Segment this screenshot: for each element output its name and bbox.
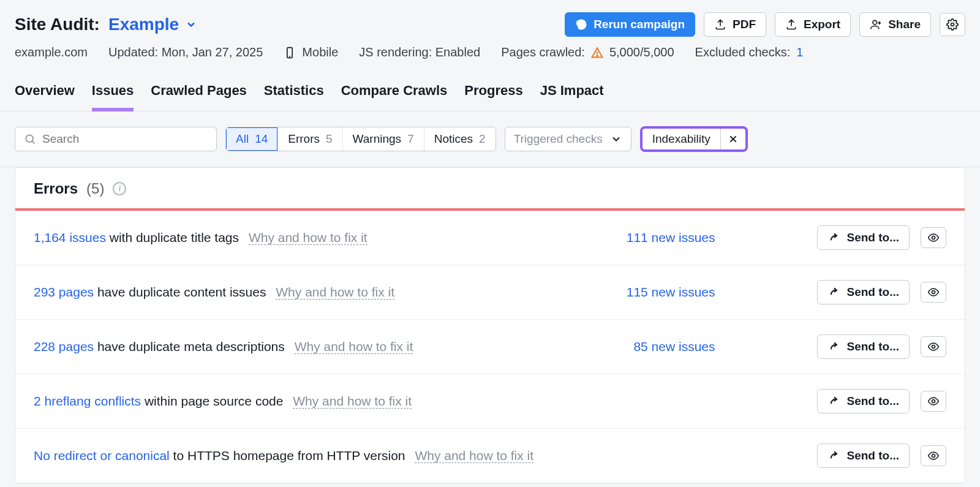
arrow-icon — [827, 450, 840, 462]
arrow-icon — [827, 232, 840, 244]
view-button[interactable] — [921, 391, 946, 412]
chip-label: Indexability — [643, 129, 720, 149]
btn-label: PDF — [733, 18, 756, 31]
domain-label: example.com — [15, 45, 88, 59]
tab-statistics[interactable]: Statistics — [264, 78, 324, 111]
btn-label: Rerun campaign — [594, 18, 685, 31]
gear-icon — [946, 18, 959, 31]
send-to-button[interactable]: Send to... — [817, 444, 910, 468]
svg-point-16 — [932, 455, 935, 458]
issue-link[interactable]: 2 hreflang conflicts — [34, 394, 141, 408]
send-to-button[interactable]: Send to... — [817, 280, 910, 304]
svg-point-3 — [951, 23, 954, 26]
js-rendering-label: JS rendering: Enabled — [359, 45, 480, 59]
svg-point-13 — [932, 291, 935, 294]
issue-row: 228 pages have duplicate meta descriptio… — [15, 319, 965, 374]
errors-panel: Errors (5) i 1,164 issues with duplicate… — [15, 167, 965, 483]
svg-point-0 — [873, 20, 877, 25]
info-icon[interactable]: i — [113, 182, 126, 195]
new-issues-link[interactable]: 85 new issues — [633, 339, 715, 353]
new-issues-link[interactable]: 111 new issues — [627, 230, 715, 244]
why-fix-link[interactable]: Why and how to fix it — [295, 339, 413, 354]
issue-link[interactable]: No redirect or canonical — [34, 448, 170, 462]
svg-point-7 — [597, 55, 598, 56]
tab-js-impact[interactable]: JS Impact — [540, 78, 604, 111]
excluded-checks: Excluded checks: 1 — [695, 45, 804, 59]
pdf-button[interactable]: PDF — [704, 12, 766, 37]
refresh-icon — [575, 18, 587, 31]
campaign-selector[interactable]: Example — [108, 15, 197, 34]
triggered-checks-dropdown[interactable]: Triggered checks — [505, 127, 631, 151]
send-to-button[interactable]: Send to... — [817, 225, 910, 250]
tab-overview[interactable]: Overview — [15, 78, 75, 111]
why-fix-link[interactable]: Why and how to fix it — [276, 285, 394, 300]
svg-point-12 — [932, 236, 935, 240]
updated-label: Updated: Mon, Jan 27, 2025 — [108, 45, 263, 59]
eye-icon — [927, 286, 940, 298]
arrow-icon — [827, 286, 840, 298]
btn-label: Export — [804, 18, 840, 31]
issue-row: 293 pages have duplicate content issues … — [15, 265, 965, 319]
device-label: Mobile — [284, 45, 338, 59]
tabs: OverviewIssuesCrawled PagesStatisticsCom… — [0, 72, 980, 111]
issue-row: 2 hreflang conflicts within page source … — [15, 374, 965, 428]
svg-point-15 — [932, 400, 935, 403]
pages-crawled: Pages crawled: 5,000/5,000 — [501, 45, 674, 59]
upload-icon — [714, 18, 726, 31]
issue-link[interactable]: 293 pages — [34, 285, 94, 299]
tab-issues[interactable]: Issues — [92, 78, 134, 111]
panel-title: Errors — [34, 180, 78, 197]
excluded-count-link[interactable]: 1 — [796, 45, 803, 59]
segment-errors[interactable]: Errors 5 — [278, 127, 342, 151]
upload-icon — [785, 18, 797, 31]
export-button[interactable]: Export — [775, 12, 851, 37]
chevron-down-icon — [610, 133, 622, 145]
segment-all[interactable]: All 14 — [226, 127, 278, 151]
send-to-button[interactable]: Send to... — [817, 334, 910, 359]
mobile-icon — [284, 47, 296, 59]
why-fix-link[interactable]: Why and how to fix it — [293, 394, 412, 409]
svg-point-14 — [932, 345, 935, 349]
search-input[interactable] — [42, 132, 208, 146]
add-user-icon — [870, 18, 882, 31]
segment-warnings[interactable]: Warnings 7 — [343, 127, 424, 151]
tab-progress[interactable]: Progress — [464, 78, 522, 111]
severity-segment: All 14Errors 5Warnings 7Notices 2 — [225, 127, 496, 151]
view-button[interactable] — [921, 445, 946, 466]
chevron-down-icon — [185, 18, 197, 31]
btn-label: Share — [888, 18, 921, 31]
issue-link[interactable]: 228 pages — [34, 339, 94, 353]
arrow-icon — [827, 341, 840, 353]
tab-compare-crawls[interactable]: Compare Crawls — [341, 78, 448, 111]
eye-icon — [927, 341, 940, 353]
search-input-wrapper[interactable] — [15, 127, 217, 151]
svg-point-8 — [26, 135, 33, 142]
search-icon — [24, 133, 36, 145]
send-to-button[interactable]: Send to... — [817, 389, 910, 413]
eye-icon — [927, 450, 940, 462]
rerun-button[interactable]: Rerun campaign — [565, 12, 695, 37]
svg-line-9 — [32, 142, 35, 144]
view-button[interactable] — [921, 282, 946, 303]
why-fix-link[interactable]: Why and how to fix it — [415, 448, 533, 463]
tab-crawled-pages[interactable]: Crawled Pages — [151, 78, 247, 111]
warning-icon — [591, 47, 603, 59]
filter-chip-indexability: Indexability — [640, 126, 748, 152]
settings-button[interactable] — [940, 13, 965, 36]
arrow-icon — [827, 395, 840, 407]
issue-row: 1,164 issues with duplicate title tags W… — [15, 211, 965, 265]
share-button[interactable]: Share — [859, 12, 931, 37]
eye-icon — [927, 395, 940, 407]
segment-notices[interactable]: Notices 2 — [424, 127, 496, 151]
page-title: Site Audit: — [15, 15, 100, 34]
new-issues-link[interactable]: 115 new issues — [627, 285, 715, 299]
eye-icon — [927, 232, 940, 244]
campaign-name: Example — [108, 15, 179, 34]
view-button[interactable] — [921, 336, 946, 357]
issue-link[interactable]: 1,164 issues — [34, 230, 106, 244]
why-fix-link[interactable]: Why and how to fix it — [249, 230, 368, 245]
chip-remove-button[interactable] — [720, 129, 745, 149]
panel-count: (5) — [86, 180, 104, 197]
view-button[interactable] — [921, 227, 946, 248]
issue-row: No redirect or canonical to HTTPS homepa… — [15, 428, 965, 483]
